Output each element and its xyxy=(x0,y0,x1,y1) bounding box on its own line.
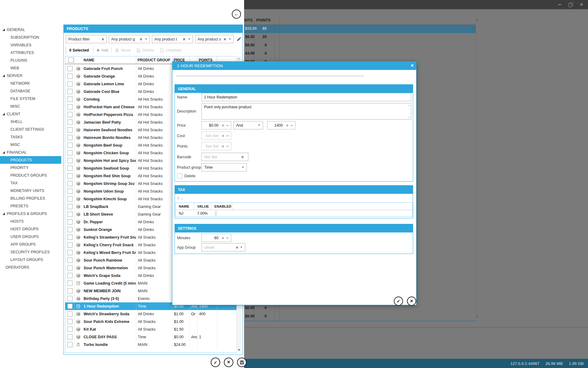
cost-stepper[interactable]: Not Set + − xyxy=(202,132,231,140)
clear-filter-icon[interactable]: × xyxy=(140,37,142,42)
scroll-up-icon[interactable]: ▲ xyxy=(238,57,240,60)
row-checkbox[interactable] xyxy=(67,250,73,255)
sidebar-item-priority[interactable]: PRIORITY xyxy=(0,164,61,171)
product-filter-input[interactable]: Product filter × xyxy=(66,35,107,43)
sidebar-item-product-groups[interactable]: PRODUCT GROUPS xyxy=(0,171,61,179)
sidebar-item-plugins[interactable]: PLUGINS xyxy=(0,56,61,64)
tax-row[interactable]: NJ 7.00% xyxy=(176,210,413,217)
clear-filter-icon[interactable]: × xyxy=(224,37,226,42)
dialog-ok-button[interactable]: ✓ xyxy=(394,297,403,306)
row-checkbox[interactable] xyxy=(67,181,73,186)
product-type-filter[interactable]: Any product t × ▼ xyxy=(152,35,193,43)
sidebar-item-operators[interactable]: OPERATORS xyxy=(0,263,61,271)
sidebar-item-client-settings[interactable]: CLIENT SETTINGS xyxy=(0,125,61,133)
row-checkbox[interactable] xyxy=(67,104,73,109)
increment-icon[interactable]: + xyxy=(221,236,224,240)
background-table-row[interactable]: $0.00 0 xyxy=(244,304,476,312)
sidebar-item-server[interactable]: SERVER xyxy=(0,72,61,79)
column-product-group[interactable]: PRODUCT GROUP xyxy=(136,56,172,63)
move-button[interactable]: Move xyxy=(115,48,131,53)
sidebar-item-misc[interactable]: MISC xyxy=(0,102,61,110)
row-checkbox[interactable] xyxy=(67,166,73,171)
barcode-field[interactable]: Not Set × xyxy=(202,153,248,161)
sidebar-item-user-groups[interactable]: USER GROUPS xyxy=(0,233,61,240)
row-checkbox[interactable] xyxy=(67,334,73,339)
sidebar-item-attributes[interactable]: ATTRIBUTES xyxy=(0,49,61,56)
dialog-cancel-button[interactable]: × xyxy=(407,297,416,306)
sidebar-item-tasks[interactable]: TASKS xyxy=(0,133,61,141)
row-checkbox[interactable] xyxy=(67,89,73,94)
clear-icon[interactable]: × xyxy=(236,245,238,250)
background-table-row[interactable]: $6.50 20 xyxy=(244,33,476,41)
row-checkbox[interactable] xyxy=(67,143,73,148)
minimize-button[interactable] xyxy=(557,2,562,7)
sidebar-item-presets[interactable]: PRESETS xyxy=(0,202,61,210)
row-checkbox[interactable] xyxy=(67,296,73,301)
row-checkbox[interactable] xyxy=(67,288,73,293)
delete-checkbox[interactable] xyxy=(177,173,182,178)
app-group-select[interactable]: Unset × ▼ xyxy=(202,243,245,251)
sidebar-item-subscription[interactable]: SUBSCRIPTION xyxy=(0,33,61,41)
minutes-stepper[interactable]: 60 + − xyxy=(202,234,231,242)
increment-icon[interactable]: + xyxy=(286,123,288,128)
dropdown-arrow-icon[interactable]: ▼ xyxy=(145,38,147,40)
sidebar-item-financial[interactable]: FINANCIAL xyxy=(0,148,61,156)
decrement-icon[interactable]: − xyxy=(226,236,229,240)
row-checkbox[interactable] xyxy=(67,173,73,178)
row-checkbox[interactable] xyxy=(67,311,73,316)
name-field[interactable]: 1 Hour Redemption xyxy=(202,93,411,101)
scroll-down-icon[interactable]: ▼ xyxy=(476,315,479,318)
sidebar-item-variables[interactable]: VARIABLES xyxy=(0,41,61,49)
sidebar-item-hosts[interactable]: HOSTS xyxy=(0,217,61,225)
table-row[interactable]: Sour Patch Kids Extreme All Snacks $1.00 xyxy=(65,318,236,325)
row-checkbox[interactable] xyxy=(67,150,73,155)
table-row[interactable]: Turbo bundle MAIN $24.00 xyxy=(65,341,236,348)
row-checkbox[interactable] xyxy=(67,212,73,217)
table-row[interactable]: CLOSE DAY PASS Time $0.00 And 1 xyxy=(65,333,236,341)
move-up-icon[interactable]: ↑ xyxy=(177,196,179,201)
scroll-up-icon[interactable]: ▲ xyxy=(476,18,479,21)
drag-handle[interactable] xyxy=(65,47,67,54)
row-checkbox[interactable] xyxy=(67,74,73,79)
tax-column-enabled[interactable]: ENABLED xyxy=(211,203,233,210)
increment-icon[interactable]: + xyxy=(221,144,224,148)
sidebar-item-layout-groups[interactable]: LAYOUT GROUPS xyxy=(0,256,61,263)
background-table-row[interactable]: 44.99 0 xyxy=(244,50,476,58)
clear-filter-icon[interactable]: × xyxy=(102,37,104,42)
tree-expand-icon[interactable] xyxy=(2,113,5,115)
row-checkbox[interactable] xyxy=(67,135,73,140)
background-table-row[interactable]: $8.00 0 xyxy=(244,41,476,50)
row-checkbox[interactable] xyxy=(67,219,73,224)
dropdown-arrow-icon[interactable]: ▼ xyxy=(258,124,260,127)
row-checkbox[interactable] xyxy=(67,242,73,247)
sidebar-item-misc[interactable]: MISC xyxy=(0,141,61,148)
undelete-button[interactable]: Undelete xyxy=(160,48,182,53)
sidebar-item-file-system[interactable]: FILE SYSTEM xyxy=(0,95,61,102)
dropdown-arrow-icon[interactable]: ▼ xyxy=(188,38,190,40)
textarea-scroll-icons[interactable]: ▲▼ xyxy=(408,104,410,118)
background-table-row[interactable]: $0.00 0 xyxy=(244,312,476,321)
row-checkbox[interactable] xyxy=(67,196,73,201)
row-checkbox[interactable] xyxy=(67,281,73,286)
row-checkbox[interactable] xyxy=(67,81,73,86)
points-stepper[interactable]: Not Set + − xyxy=(202,142,231,150)
table-row[interactable]: Kit Kat All Snacks $1.50 xyxy=(65,325,236,333)
edit-filter-icon[interactable] xyxy=(236,36,242,42)
sidebar-item-shell[interactable]: SHELL xyxy=(0,118,61,125)
sidebar-item-host-groups[interactable]: HOST GROUPS xyxy=(0,225,61,233)
dropdown-arrow-icon[interactable]: ▼ xyxy=(229,38,231,40)
product-group-select[interactable]: Time ▼ xyxy=(202,163,247,171)
product-state-filter[interactable]: Any product s × ▼ xyxy=(195,35,234,43)
column-name[interactable]: NAME xyxy=(82,56,136,63)
row-checkbox[interactable] xyxy=(67,319,73,324)
row-checkbox[interactable] xyxy=(67,227,73,232)
sidebar-item-database[interactable]: DATABASE xyxy=(0,87,61,95)
product-group-filter[interactable]: Any product g × ▼ xyxy=(109,35,150,43)
select-all-checkbox[interactable] xyxy=(68,57,74,63)
row-checkbox[interactable] xyxy=(67,258,73,263)
dropdown-arrow-icon[interactable]: ▼ xyxy=(242,166,244,169)
sidebar-item-profiles-groups[interactable]: PROFILES & GROUPS xyxy=(0,210,61,217)
row-checkbox[interactable] xyxy=(67,327,73,332)
apply-button[interactable]: ✓ xyxy=(211,358,220,367)
decrement-icon[interactable]: − xyxy=(290,123,293,128)
